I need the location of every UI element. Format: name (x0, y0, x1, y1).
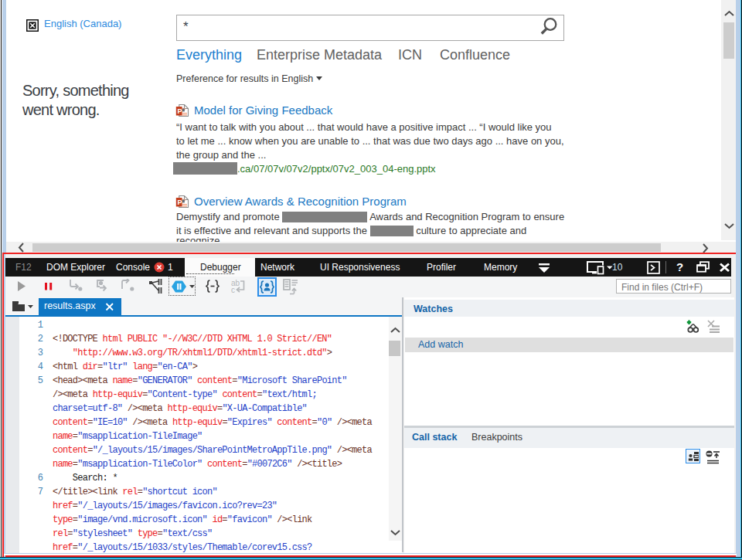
svg-text:c: c (231, 286, 235, 294)
svg-text:P: P (177, 107, 182, 115)
svg-text:P: P (177, 199, 182, 206)
